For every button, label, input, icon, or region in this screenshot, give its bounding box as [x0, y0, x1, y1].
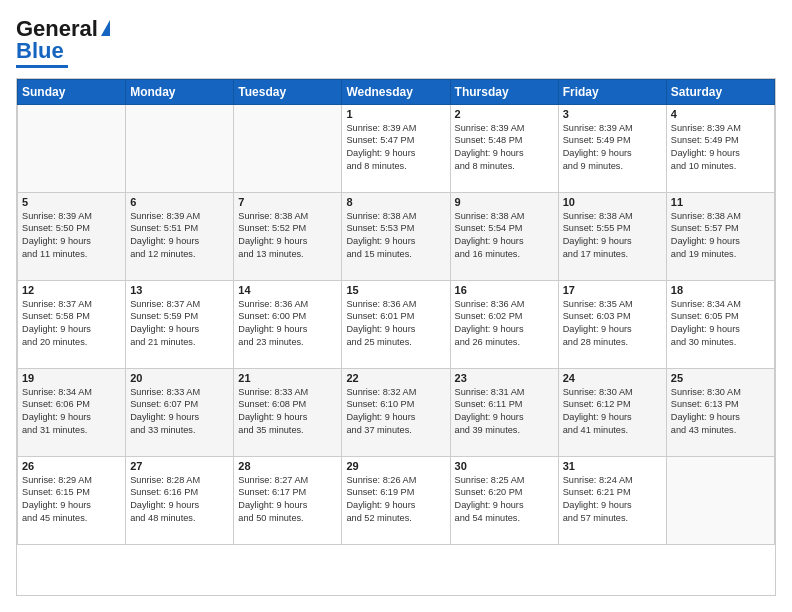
calendar-cell: 13Sunrise: 8:37 AMSunset: 5:59 PMDayligh…: [126, 280, 234, 368]
day-number: 6: [130, 196, 229, 208]
weekday-header-friday: Friday: [558, 79, 666, 104]
day-info: Sunrise: 8:38 AMSunset: 5:57 PMDaylight:…: [671, 210, 770, 262]
calendar-cell: 1Sunrise: 8:39 AMSunset: 5:47 PMDaylight…: [342, 104, 450, 192]
day-number: 15: [346, 284, 445, 296]
calendar-cell: 22Sunrise: 8:32 AMSunset: 6:10 PMDayligh…: [342, 368, 450, 456]
day-number: 12: [22, 284, 121, 296]
calendar-cell: 5Sunrise: 8:39 AMSunset: 5:50 PMDaylight…: [18, 192, 126, 280]
calendar-cell: 29Sunrise: 8:26 AMSunset: 6:19 PMDayligh…: [342, 456, 450, 544]
calendar-cell: 21Sunrise: 8:33 AMSunset: 6:08 PMDayligh…: [234, 368, 342, 456]
calendar-cell: 18Sunrise: 8:34 AMSunset: 6:05 PMDayligh…: [666, 280, 774, 368]
day-info: Sunrise: 8:26 AMSunset: 6:19 PMDaylight:…: [346, 474, 445, 526]
day-info: Sunrise: 8:39 AMSunset: 5:49 PMDaylight:…: [563, 122, 662, 174]
day-number: 5: [22, 196, 121, 208]
day-info: Sunrise: 8:37 AMSunset: 5:59 PMDaylight:…: [130, 298, 229, 350]
day-info: Sunrise: 8:33 AMSunset: 6:07 PMDaylight:…: [130, 386, 229, 438]
day-info: Sunrise: 8:30 AMSunset: 6:13 PMDaylight:…: [671, 386, 770, 438]
weekday-header-monday: Monday: [126, 79, 234, 104]
day-number: 2: [455, 108, 554, 120]
calendar-cell: 28Sunrise: 8:27 AMSunset: 6:17 PMDayligh…: [234, 456, 342, 544]
calendar-cell: 6Sunrise: 8:39 AMSunset: 5:51 PMDaylight…: [126, 192, 234, 280]
day-info: Sunrise: 8:38 AMSunset: 5:55 PMDaylight:…: [563, 210, 662, 262]
day-info: Sunrise: 8:27 AMSunset: 6:17 PMDaylight:…: [238, 474, 337, 526]
calendar-cell: 17Sunrise: 8:35 AMSunset: 6:03 PMDayligh…: [558, 280, 666, 368]
logo-underline: [16, 65, 68, 68]
calendar-cell: [666, 456, 774, 544]
day-number: 9: [455, 196, 554, 208]
day-number: 27: [130, 460, 229, 472]
day-info: Sunrise: 8:37 AMSunset: 5:58 PMDaylight:…: [22, 298, 121, 350]
day-number: 30: [455, 460, 554, 472]
day-info: Sunrise: 8:29 AMSunset: 6:15 PMDaylight:…: [22, 474, 121, 526]
day-info: Sunrise: 8:24 AMSunset: 6:21 PMDaylight:…: [563, 474, 662, 526]
day-number: 26: [22, 460, 121, 472]
day-number: 24: [563, 372, 662, 384]
calendar-cell: 30Sunrise: 8:25 AMSunset: 6:20 PMDayligh…: [450, 456, 558, 544]
logo-blue: Blue: [16, 38, 64, 64]
calendar-cell: 3Sunrise: 8:39 AMSunset: 5:49 PMDaylight…: [558, 104, 666, 192]
day-info: Sunrise: 8:39 AMSunset: 5:49 PMDaylight:…: [671, 122, 770, 174]
calendar-cell: 15Sunrise: 8:36 AMSunset: 6:01 PMDayligh…: [342, 280, 450, 368]
day-info: Sunrise: 8:34 AMSunset: 6:06 PMDaylight:…: [22, 386, 121, 438]
day-number: 29: [346, 460, 445, 472]
calendar-cell: 9Sunrise: 8:38 AMSunset: 5:54 PMDaylight…: [450, 192, 558, 280]
day-number: 8: [346, 196, 445, 208]
day-info: Sunrise: 8:36 AMSunset: 6:01 PMDaylight:…: [346, 298, 445, 350]
day-number: 3: [563, 108, 662, 120]
calendar-cell: 8Sunrise: 8:38 AMSunset: 5:53 PMDaylight…: [342, 192, 450, 280]
calendar-cell: 4Sunrise: 8:39 AMSunset: 5:49 PMDaylight…: [666, 104, 774, 192]
calendar-cell: 2Sunrise: 8:39 AMSunset: 5:48 PMDaylight…: [450, 104, 558, 192]
weekday-header-tuesday: Tuesday: [234, 79, 342, 104]
calendar-cell: 12Sunrise: 8:37 AMSunset: 5:58 PMDayligh…: [18, 280, 126, 368]
day-number: 18: [671, 284, 770, 296]
calendar-cell: 27Sunrise: 8:28 AMSunset: 6:16 PMDayligh…: [126, 456, 234, 544]
calendar-cell: 11Sunrise: 8:38 AMSunset: 5:57 PMDayligh…: [666, 192, 774, 280]
calendar-cell: 25Sunrise: 8:30 AMSunset: 6:13 PMDayligh…: [666, 368, 774, 456]
calendar-cell: 24Sunrise: 8:30 AMSunset: 6:12 PMDayligh…: [558, 368, 666, 456]
day-number: 21: [238, 372, 337, 384]
calendar-cell: 19Sunrise: 8:34 AMSunset: 6:06 PMDayligh…: [18, 368, 126, 456]
day-info: Sunrise: 8:38 AMSunset: 5:52 PMDaylight:…: [238, 210, 337, 262]
day-number: 7: [238, 196, 337, 208]
day-number: 31: [563, 460, 662, 472]
calendar-cell: 7Sunrise: 8:38 AMSunset: 5:52 PMDaylight…: [234, 192, 342, 280]
page: General Blue SundayMondayTuesdayWednesda…: [0, 0, 792, 612]
weekday-header-wednesday: Wednesday: [342, 79, 450, 104]
day-info: Sunrise: 8:28 AMSunset: 6:16 PMDaylight:…: [130, 474, 229, 526]
day-info: Sunrise: 8:34 AMSunset: 6:05 PMDaylight:…: [671, 298, 770, 350]
day-number: 11: [671, 196, 770, 208]
day-number: 23: [455, 372, 554, 384]
calendar-cell: 10Sunrise: 8:38 AMSunset: 5:55 PMDayligh…: [558, 192, 666, 280]
day-number: 1: [346, 108, 445, 120]
day-info: Sunrise: 8:36 AMSunset: 6:02 PMDaylight:…: [455, 298, 554, 350]
calendar-cell: [234, 104, 342, 192]
day-number: 19: [22, 372, 121, 384]
day-number: 28: [238, 460, 337, 472]
calendar-cell: 20Sunrise: 8:33 AMSunset: 6:07 PMDayligh…: [126, 368, 234, 456]
weekday-header-saturday: Saturday: [666, 79, 774, 104]
day-number: 13: [130, 284, 229, 296]
day-info: Sunrise: 8:39 AMSunset: 5:50 PMDaylight:…: [22, 210, 121, 262]
header: General Blue: [16, 16, 776, 68]
day-number: 20: [130, 372, 229, 384]
calendar-cell: [126, 104, 234, 192]
day-number: 16: [455, 284, 554, 296]
day-info: Sunrise: 8:36 AMSunset: 6:00 PMDaylight:…: [238, 298, 337, 350]
day-number: 22: [346, 372, 445, 384]
calendar-cell: 14Sunrise: 8:36 AMSunset: 6:00 PMDayligh…: [234, 280, 342, 368]
day-info: Sunrise: 8:30 AMSunset: 6:12 PMDaylight:…: [563, 386, 662, 438]
logo: General Blue: [16, 16, 110, 68]
day-info: Sunrise: 8:25 AMSunset: 6:20 PMDaylight:…: [455, 474, 554, 526]
day-number: 10: [563, 196, 662, 208]
day-info: Sunrise: 8:39 AMSunset: 5:51 PMDaylight:…: [130, 210, 229, 262]
calendar-cell: 23Sunrise: 8:31 AMSunset: 6:11 PMDayligh…: [450, 368, 558, 456]
day-info: Sunrise: 8:31 AMSunset: 6:11 PMDaylight:…: [455, 386, 554, 438]
weekday-header-thursday: Thursday: [450, 79, 558, 104]
day-info: Sunrise: 8:39 AMSunset: 5:48 PMDaylight:…: [455, 122, 554, 174]
calendar-cell: 31Sunrise: 8:24 AMSunset: 6:21 PMDayligh…: [558, 456, 666, 544]
calendar-cell: 16Sunrise: 8:36 AMSunset: 6:02 PMDayligh…: [450, 280, 558, 368]
day-number: 14: [238, 284, 337, 296]
calendar-cell: [18, 104, 126, 192]
calendar: SundayMondayTuesdayWednesdayThursdayFrid…: [16, 78, 776, 597]
day-number: 25: [671, 372, 770, 384]
